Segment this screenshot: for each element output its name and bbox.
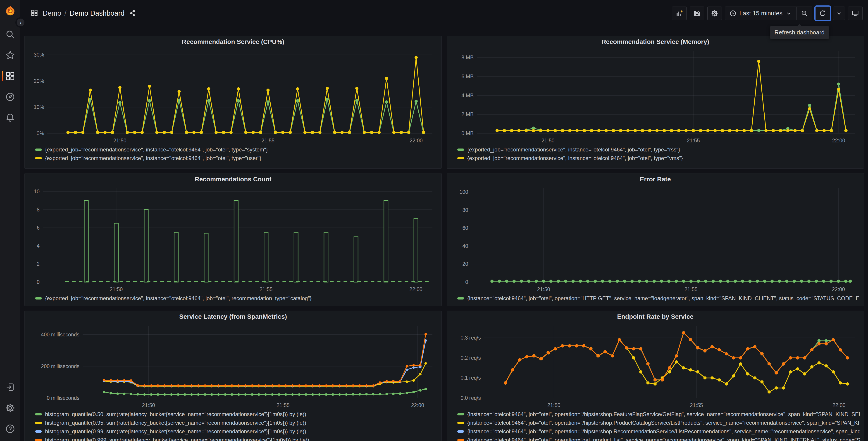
svg-text:21:55: 21:55 [261,138,275,144]
svg-text:0: 0 [465,279,468,285]
timeseries-chart[interactable]: 024681021:5021:5522:00 [28,185,438,294]
sidebar-item-alerting[interactable] [0,112,20,124]
breadcrumb: Demo / Demo Dashboard [42,9,124,18]
legend-item[interactable]: {exported_job="recommendationservice", i… [35,155,438,161]
svg-text:0.2 req/s: 0.2 req/s [461,355,481,361]
panel-service-latency: Service Latency (from SpanMetrics)0 mill… [25,311,442,441]
legend-color-swatch [35,413,42,415]
legend-item[interactable]: {instance="otelcol:9464", job="otel", op… [457,295,860,301]
svg-text:22:00: 22:00 [411,402,424,408]
legend-label[interactable]: {instance="otelcol:9464", job="otel", op… [467,428,860,435]
dashboards-grid-icon [5,71,16,81]
cycle-view-mode-button[interactable] [848,6,863,20]
grafana-logo[interactable] [4,5,16,17]
panel-title[interactable]: Recommendation Service (Memory) [601,38,709,46]
svg-text:6: 6 [37,225,40,231]
legend-label[interactable]: {exported_job="recommendationservice", i… [45,295,312,301]
svg-text:21:55: 21:55 [687,138,700,144]
legend-item[interactable]: {instance="otelcol:9464", job="otel", op… [457,437,860,441]
zoom-out-time-button[interactable] [797,7,812,20]
sidebar-item-sign-in[interactable] [0,381,20,393]
svg-text:22:00: 22:00 [409,138,423,144]
legend-label[interactable]: {instance="otelcol:9464", job="otel", op… [467,295,860,301]
legend-label[interactable]: {exported_job="recommendationservice", i… [45,146,268,153]
sidebar-item-help[interactable] [0,423,20,435]
timeseries-chart[interactable]: 0%10%20%30%21:5021:5522:00 [28,48,438,145]
legend-item[interactable]: histogram_quantile(0.95, sum(rate(latenc… [35,420,438,426]
svg-text:21:55: 21:55 [684,286,698,292]
timeseries-chart[interactable]: 0.0 req/s0.1 req/s0.2 req/s0.3 req/s21:5… [451,323,860,410]
panel-title[interactable]: Recommendation Service (CPU%) [182,38,284,46]
refresh-dashboard-button[interactable] [815,6,830,20]
time-range-picker[interactable]: Last 15 minutes [725,7,797,20]
legend-color-swatch [457,430,464,433]
sidebar-item-dashboards[interactable] [0,70,20,82]
svg-text:0 MB: 0 MB [461,130,474,136]
add-panel-button[interactable] [672,6,686,20]
legend-label[interactable]: histogram_quantile(0.50, sum(rate(latenc… [45,411,306,417]
sidebar-item-starred[interactable] [0,49,20,61]
sign-in-icon [5,382,16,392]
legend-color-swatch [457,422,464,424]
svg-text:10%: 10% [34,104,44,110]
refresh-interval-dropdown[interactable] [833,6,845,20]
share-dashboard-button[interactable] [129,9,136,18]
svg-text:40: 40 [462,243,468,249]
legend-item[interactable]: {instance="otelcol:9464", job="otel", op… [457,411,860,417]
legend-item[interactable]: {exported_job="recommendationservice", i… [457,146,860,153]
panel-memory: Recommendation Service (Memory)0 MB2 MB4… [447,36,864,169]
legend-label[interactable]: {instance="otelcol:9464", job="otel", op… [467,420,860,426]
svg-text:8: 8 [37,207,40,212]
legend-label[interactable]: {instance="otelcol:9464", job="otel", op… [467,411,860,417]
compass-icon [5,92,16,102]
svg-text:0 milliseconds: 0 milliseconds [47,395,80,401]
legend-item[interactable]: {exported_job="recommendationservice", i… [457,155,860,161]
svg-text:6 MB: 6 MB [461,74,474,80]
legend-label[interactable]: {exported_job="recommendationservice", i… [45,155,261,161]
legend-item[interactable]: {instance="otelcol:9464", job="otel", op… [457,428,860,435]
timeseries-chart[interactable]: 0 milliseconds200 milliseconds400 millis… [28,323,438,410]
timeseries-chart[interactable]: 02040608010021:5021:5522:00 [451,185,860,294]
dashboard-settings-button[interactable] [707,6,722,20]
legend-item[interactable]: histogram_quantile(0.999, sum(rate(laten… [35,437,438,441]
panel-title[interactable]: Error Rate [640,176,671,183]
breadcrumb-dashboard[interactable]: Demo Dashboard [69,9,124,18]
timeseries-chart[interactable]: 0 MB2 MB4 MB6 MB8 MB21:5021:5522:00 [451,48,860,145]
legend-color-swatch [457,297,464,299]
legend-item[interactable]: {instance="otelcol:9464", job="otel", op… [457,420,860,426]
dashboard-grid: Recommendation Service (CPU%)0%10%20%30%… [20,27,868,441]
svg-text:8 MB: 8 MB [461,55,474,60]
legend-color-swatch [35,148,42,151]
panel-title[interactable]: Endpoint Rate by Service [617,313,693,320]
legend-label[interactable]: histogram_quantile(0.95, sum(rate(latenc… [45,420,306,426]
svg-text:0.1 req/s: 0.1 req/s [461,375,481,381]
svg-text:22:00: 22:00 [833,402,846,408]
legend-label[interactable]: histogram_quantile(0.99, sum(rate(latenc… [45,428,306,435]
star-icon [5,50,16,60]
legend-label[interactable]: {exported_job="recommendationservice", i… [467,155,683,161]
legend-label[interactable]: {exported_job="recommendationservice", i… [467,146,680,153]
legend-item[interactable]: histogram_quantile(0.99, sum(rate(latenc… [35,428,438,435]
panel-header: Service Latency (from SpanMetrics) [28,311,438,323]
panel-header: Endpoint Rate by Service [451,311,860,323]
legend-color-swatch [35,439,42,441]
sidebar-expand-button[interactable]: › [16,17,26,28]
save-dashboard-button[interactable] [690,6,704,20]
svg-text:20: 20 [462,261,468,267]
panel-legend: {instance="otelcol:9464", job="otel", op… [451,294,860,303]
sidebar-item-explore[interactable] [0,91,20,103]
legend-item[interactable]: {exported_job="recommendationservice", i… [35,295,438,301]
legend-item[interactable]: {exported_job="recommendationservice", i… [35,146,438,153]
panel-title[interactable]: Service Latency (from SpanMetrics) [179,313,287,320]
svg-text:4 MB: 4 MB [461,93,474,98]
refresh-icon [819,9,827,17]
legend-item[interactable]: histogram_quantile(0.50, sum(rate(latenc… [35,411,438,417]
panel-legend: {exported_job="recommendationservice", i… [28,145,438,163]
panel-title[interactable]: Recommendations Count [195,176,271,183]
svg-text:0.0 req/s: 0.0 req/s [461,395,481,401]
legend-label[interactable]: histogram_quantile(0.999, sum(rate(laten… [45,437,309,441]
sidebar-item-settings[interactable] [0,402,20,414]
sidebar-item-search[interactable] [0,29,20,40]
legend-label[interactable]: {instance="otelcol:9464", job="otel", op… [467,437,860,441]
breadcrumb-folder[interactable]: Demo [42,9,61,18]
